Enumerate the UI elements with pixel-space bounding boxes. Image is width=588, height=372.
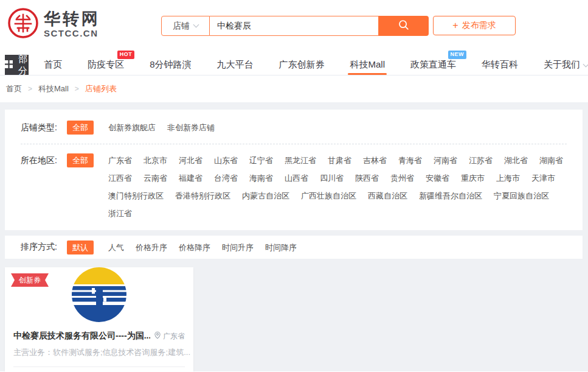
region-option[interactable]: 重庆市	[461, 171, 485, 185]
brand-domain: SCTCC.CN	[44, 28, 100, 38]
all-categories-button[interactable]: 全部分类	[5, 55, 29, 75]
region-option[interactable]: 辽宁省	[249, 153, 273, 167]
grid-icon	[5, 60, 13, 70]
nav-item-label: 九大平台	[216, 59, 253, 71]
nav-items: 首页防疫专区HOT8分钟路演九大平台广东创新券科技Mall政策直通车NEW华转百…	[44, 55, 588, 75]
search-bar: 店铺	[161, 16, 429, 36]
region-option[interactable]: 新疆维吾尔自治区	[419, 189, 482, 203]
region-option[interactable]: 甘肃省	[328, 153, 351, 167]
nav-item-label: 广东创新券	[278, 59, 324, 71]
nav-item[interactable]: 8分钟路演	[150, 55, 191, 75]
region-option[interactable]: 浙江省	[108, 206, 132, 220]
nav-item[interactable]: 政策直通车NEW	[410, 55, 456, 75]
search-input[interactable]	[210, 16, 379, 36]
region-option[interactable]: 江西省	[108, 171, 132, 185]
region-option[interactable]: 北京市	[144, 153, 167, 167]
nav-item[interactable]: 九大平台	[216, 55, 253, 75]
region-option[interactable]: 江苏省	[469, 153, 493, 167]
store-card-header: 中检赛辰技术服务有限公司----为国... 广东省	[5, 331, 193, 342]
breadcrumb: 首页>科技Mall>店铺列表	[0, 75, 588, 102]
region-option[interactable]: 山西省	[285, 171, 308, 185]
breadcrumb-item[interactable]: 科技Mall	[38, 83, 69, 94]
region-option[interactable]: 天津市	[531, 171, 555, 185]
divider	[21, 144, 567, 144]
shop-type-option[interactable]: 创新券旗舰店	[108, 121, 156, 135]
region-option-selected[interactable]: 全部	[67, 153, 94, 167]
region-option[interactable]: 澳门特别行政区	[108, 189, 164, 203]
search-category-select[interactable]: 店铺	[161, 16, 210, 36]
breadcrumb-item[interactable]: 首页	[6, 83, 22, 94]
shop-type-options: 创新券旗舰店非创新券店铺	[108, 121, 215, 135]
nav-item[interactable]: 广东创新券	[278, 55, 324, 75]
chevron-down-icon	[193, 22, 199, 28]
region-option[interactable]: 河南省	[434, 153, 457, 167]
plus-icon: +	[452, 21, 458, 30]
region-option[interactable]: 四川省	[320, 171, 344, 185]
region-option[interactable]: 湖南省	[539, 153, 563, 167]
region-option[interactable]: 黑龙江省	[285, 153, 316, 167]
shop-type-option-selected[interactable]: 全部	[67, 121, 94, 135]
sort-option-selected[interactable]: 默认	[67, 240, 94, 254]
region-option[interactable]: 河北省	[179, 153, 202, 167]
region-option[interactable]: 山东省	[214, 153, 238, 167]
sort-label: 排序方式:	[21, 242, 57, 253]
region-option[interactable]: 陕西省	[355, 171, 379, 185]
region-option[interactable]: 安徽省	[426, 171, 449, 185]
nav-item[interactable]: 华转百科	[482, 55, 518, 75]
region-option[interactable]: 福建省	[179, 171, 202, 185]
region-option[interactable]: 青海省	[398, 153, 422, 167]
nav-item-label: 防疫专区	[88, 59, 124, 71]
region-option[interactable]: 台湾省	[214, 171, 238, 185]
brand-seal-icon	[7, 7, 39, 41]
page: 华转网 SCTCC.CN 店铺 + 发布需求	[0, 0, 588, 372]
store-location: 广东省	[154, 331, 185, 342]
breadcrumb-item[interactable]: 店铺列表	[85, 83, 117, 94]
shop-type-filter-row: 店铺类型: 全部 创新券旗舰店非创新券店铺	[21, 121, 567, 135]
region-option[interactable]: 香港特别行政区	[175, 189, 230, 203]
sort-option[interactable]: 人气	[108, 240, 124, 254]
region-option[interactable]: 宁夏回族自治区	[494, 189, 549, 203]
sort-bar: 排序方式: 默认 人气价格升序价格降序时间升序时间降序	[5, 236, 583, 259]
region-option[interactable]: 内蒙古自治区	[242, 189, 289, 203]
search-category-label: 店铺	[173, 21, 190, 32]
brand-logo[interactable]: 华转网 SCTCC.CN	[7, 7, 100, 41]
publish-demand-label: 发布需求	[462, 20, 496, 31]
sort-option[interactable]: 时间升序	[222, 240, 254, 254]
site-header: 华转网 SCTCC.CN 店铺 + 发布需求	[0, 0, 588, 55]
new-badge: NEW	[448, 51, 467, 59]
breadcrumb-separator: >	[28, 85, 32, 93]
divider	[13, 367, 185, 367]
region-option[interactable]: 贵州省	[390, 171, 414, 185]
sort-option[interactable]: 价格升序	[136, 240, 167, 254]
location-pin-icon	[154, 331, 161, 341]
region-option[interactable]: 云南省	[144, 171, 167, 185]
publish-demand-button[interactable]: + 发布需求	[433, 16, 516, 35]
shop-type-filter-label: 店铺类型:	[21, 121, 57, 135]
brand-name: 华转网	[44, 10, 100, 29]
region-option[interactable]: 西藏自治区	[368, 189, 407, 203]
store-title: 中检赛辰技术服务有限公司----为国...	[13, 331, 150, 342]
region-option[interactable]: 上海市	[496, 171, 520, 185]
region-option[interactable]: 海南省	[249, 171, 273, 185]
region-option[interactable]: 广西壮族自治区	[301, 189, 356, 203]
nav-item[interactable]: 科技Mall	[350, 55, 385, 75]
sort-options: 人气价格升序价格降序时间升序时间降序	[108, 240, 297, 254]
nav-item-label: 科技Mall	[350, 59, 385, 71]
sort-option[interactable]: 价格降序	[179, 240, 210, 254]
search-button[interactable]	[379, 16, 429, 36]
nav-item-label: 政策直通车	[410, 59, 456, 71]
region-option[interactable]: 吉林省	[363, 153, 387, 167]
region-options: 广东省北京市河北省山东省辽宁省黑龙江省甘肃省吉林省青海省河南省江苏省湖北省湖南省…	[108, 153, 567, 220]
region-option[interactable]: 湖北省	[504, 153, 528, 167]
shop-type-option[interactable]: 非创新券店铺	[167, 121, 215, 135]
filter-panel: 店铺类型: 全部 创新券旗舰店非创新券店铺 所在地区: 全部 广东省北京市河北省…	[5, 110, 583, 230]
nav-item[interactable]: 防疫专区HOT	[88, 55, 124, 75]
nav-item-label: 8分钟路演	[150, 59, 191, 71]
sort-option[interactable]: 时间降序	[265, 240, 297, 254]
store-card[interactable]: 创新券	[5, 267, 193, 372]
nav-item[interactable]: 首页	[44, 55, 62, 75]
region-option[interactable]: 广东省	[108, 153, 132, 167]
nav-item[interactable]: 关于我们	[544, 55, 588, 75]
store-location-label: 广东省	[163, 331, 185, 342]
region-filter-label: 所在地区:	[21, 153, 57, 167]
